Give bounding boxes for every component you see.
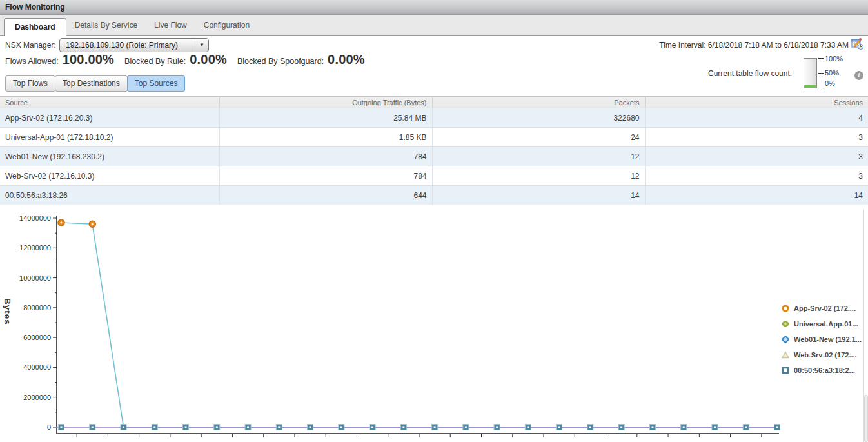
gauge-label-100: 100% xyxy=(825,55,843,63)
legend-item[interactable]: Web01-New (192.1... xyxy=(782,332,862,347)
y-axis: 0200000040000006000000800000010000000120… xyxy=(19,214,57,434)
table-cell: 1.85 KB xyxy=(219,128,432,147)
table-cell: 14 xyxy=(432,186,645,205)
blocked-by-rule-label: Blocked By Rule: xyxy=(124,57,186,66)
time-interval-text: Time Interval: 6/18/2018 7:18 AM to 6/18… xyxy=(659,41,849,50)
table-cell: 00:50:56:a3:18:26 xyxy=(0,186,219,205)
table-row[interactable]: Web-Srv-02 (172.16.10.3)784123 xyxy=(0,166,868,186)
legend-item[interactable]: App-Srv-02 (172.... xyxy=(782,301,862,316)
y-axis-tick-label: 8000000 xyxy=(23,304,51,312)
table-cell: 322680 xyxy=(432,108,645,128)
table-row[interactable]: App-Srv-02 (172.16.20.3)25.84 MB3226804 xyxy=(0,108,868,128)
tab-bar: Dashboard Details By Service Live Flow C… xyxy=(0,15,868,36)
table-cell: Web-Srv-02 (172.16.10.3) xyxy=(0,166,219,186)
chevron-down-icon[interactable]: ▼ xyxy=(195,39,208,52)
table-cell: 12 xyxy=(432,147,645,166)
tab-details-by-service[interactable]: Details By Service xyxy=(66,19,146,32)
table-cell: 14 xyxy=(645,186,868,205)
circle-orange-icon xyxy=(782,305,789,312)
view-switch-buttons: Top Flows Top Destinations Top Sources xyxy=(5,75,184,92)
legend-label: Universal-App-01... xyxy=(794,320,858,328)
nsx-manager-dropdown[interactable]: 192.168.109.130 (Role: Primary) ▼ xyxy=(59,38,209,52)
table-cell: App-Srv-02 (172.16.20.3) xyxy=(0,108,219,128)
series-line-app-srv-02 xyxy=(61,223,777,427)
legend-label: Web-Srv-02 (172.... xyxy=(794,351,857,359)
gauge-tick-50 xyxy=(818,73,824,74)
current-table-flow-count-label: Current table flow count: xyxy=(708,69,792,78)
flow-stats: Flows Allowed: 100.00% Blocked By Rule: … xyxy=(5,52,375,67)
edit-time-interval-icon[interactable] xyxy=(851,37,864,50)
flows-allowed-label: Flows Allowed: xyxy=(5,57,59,66)
legend-item[interactable]: 00:50:56:a3:18:2... xyxy=(782,363,862,378)
blocked-by-spoofguard-value: 0.00% xyxy=(328,52,365,67)
tab-dashboard[interactable]: Dashboard xyxy=(4,18,66,36)
legend-item[interactable]: Web-Srv-02 (172.... xyxy=(782,347,862,363)
x-axis xyxy=(57,434,779,437)
blocked-by-rule-value: 0.00% xyxy=(190,52,227,67)
table-row[interactable]: Universal-App-01 (172.18.10.2)1.85 KB243 xyxy=(0,128,868,147)
flow-count-gauge xyxy=(804,58,817,88)
tabbar-divider xyxy=(0,35,868,36)
flow-count-gauge-fill xyxy=(804,85,816,88)
gauge-tick-100 xyxy=(818,58,824,59)
table-cell: 644 xyxy=(219,186,432,205)
table-cell: 784 xyxy=(219,147,432,166)
chart-legend: App-Srv-02 (172....Universal-App-01...We… xyxy=(782,301,862,378)
tab-configuration[interactable]: Configuration xyxy=(195,19,258,32)
page-title: Flow Monitoring xyxy=(0,0,65,12)
table-row[interactable]: 00:50:56:a3:18:266441414 xyxy=(0,186,868,205)
legend-label: App-Srv-02 (172.... xyxy=(794,305,856,312)
table-cell: 4 xyxy=(645,108,868,128)
bytes-traffic-chart: 0200000040000006000000800000010000000120… xyxy=(0,210,868,442)
flows-allowed-value: 100.00% xyxy=(63,52,114,67)
table-row[interactable]: Web01-New (192.168.230.2)784123 xyxy=(0,147,868,166)
info-icon[interactable]: i xyxy=(854,71,863,80)
top-destinations-button[interactable]: Top Destinations xyxy=(55,75,128,92)
legend-label: 00:50:56:a3:18:2... xyxy=(794,367,855,374)
tab-live-flow[interactable]: Live Flow xyxy=(146,19,195,32)
diamond-blue-icon xyxy=(782,336,789,343)
table-header-row: Source Outgoing Traffic (Bytes) Packets … xyxy=(0,97,868,108)
table-cell: 25.84 MB xyxy=(219,108,432,128)
circle-olive-icon xyxy=(782,320,789,328)
top-sources-table: Source Outgoing Traffic (Bytes) Packets … xyxy=(0,96,868,205)
legend-item[interactable]: Universal-App-01... xyxy=(782,316,862,332)
flow-monitoring-window: Flow Monitoring Dashboard Details By Ser… xyxy=(0,0,868,442)
y-axis-tick-label: 2000000 xyxy=(23,394,51,401)
top-sources-button[interactable]: Top Sources xyxy=(127,75,186,92)
table-cell: 3 xyxy=(645,166,868,186)
y-axis-tick-label: 6000000 xyxy=(23,334,51,341)
y-axis-tick-label: 0 xyxy=(47,423,51,431)
y-axis-title: Bytes xyxy=(3,298,12,325)
gauge-tick-0 xyxy=(818,88,824,88)
column-header-source[interactable]: Source xyxy=(0,97,219,108)
table-cell: 3 xyxy=(645,128,868,147)
legend-label: Web01-New (192.1... xyxy=(794,336,862,343)
column-header-packets[interactable]: Packets xyxy=(432,97,645,108)
triangle-tan-icon xyxy=(782,351,789,359)
table-cell: 12 xyxy=(432,166,645,186)
table-cell: Universal-App-01 (172.18.10.2) xyxy=(0,128,219,147)
square-teal-icon xyxy=(782,367,789,374)
table-cell: Web01-New (192.168.230.2) xyxy=(0,147,219,166)
nsx-manager-label: NSX Manager: xyxy=(5,41,56,50)
y-axis-tick-label: 14000000 xyxy=(19,214,51,222)
vertical-scrollbar-thumb[interactable] xyxy=(864,395,868,442)
y-axis-tick-label: 4000000 xyxy=(23,363,51,371)
column-header-outgoing-traffic[interactable]: Outgoing Traffic (Bytes) xyxy=(219,97,432,108)
y-axis-tick-label: 10000000 xyxy=(19,274,51,282)
top-flows-button[interactable]: Top Flows xyxy=(5,75,55,92)
column-header-sessions[interactable]: Sessions xyxy=(645,97,868,108)
gauge-label-0: 0% xyxy=(825,79,835,87)
window-titlebar: Flow Monitoring xyxy=(0,0,868,15)
y-axis-tick-label: 12000000 xyxy=(19,244,51,252)
blocked-by-spoofguard-label: Blocked By Spoofguard: xyxy=(237,57,324,66)
table-cell: 3 xyxy=(645,147,868,166)
table-cell: 24 xyxy=(432,128,645,147)
nsx-manager-selected-value: 192.168.109.130 (Role: Primary) xyxy=(66,41,178,50)
gauge-label-50: 50% xyxy=(825,69,839,77)
table-cell: 784 xyxy=(219,166,432,186)
